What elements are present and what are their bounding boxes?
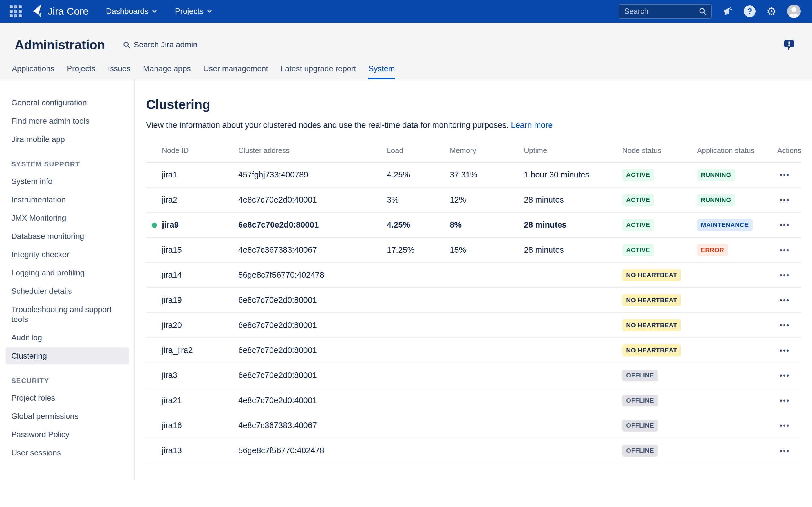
current-node-dot-icon [152, 223, 157, 228]
jira-logo-icon [31, 4, 44, 19]
sidebar-item-logging-and-profiling[interactable]: Logging and profiling [6, 264, 129, 281]
tab-manage-apps[interactable]: Manage apps [142, 64, 192, 79]
cell-actions: ••• [777, 220, 801, 230]
section-description: View the information about your clustere… [146, 121, 801, 130]
table-row-jira16: jira164e8c7c367383:40067OFFLINE••• [146, 413, 801, 438]
node-status-badge: OFFLINE [622, 395, 658, 406]
cell-cluster-address: 4e8c7c70e2d0:40001 [238, 195, 387, 205]
sidebar-item-password-policy[interactable]: Password Policy [6, 426, 129, 443]
row-actions-button[interactable]: ••• [777, 321, 792, 330]
cell-application-status: ERROR [697, 244, 777, 256]
row-actions-button[interactable]: ••• [777, 270, 792, 280]
cell-application-status: RUNNING [697, 194, 777, 206]
node-status-badge: NO HEARTBEAT [622, 294, 681, 306]
cell-memory: 37.31% [450, 170, 524, 179]
cell-node-id: jira2 [162, 195, 238, 205]
sidebar-item-general-configuration[interactable]: General configuration [6, 94, 129, 111]
table-row-jira19: jira196e8c7c70e2d0:80001NO HEARTBEAT••• [146, 288, 801, 313]
jira-home-link[interactable]: Jira Core [31, 4, 89, 19]
cell-application-status: RUNNING [697, 169, 777, 181]
sidebar-item-database-monitoring[interactable]: Database monitoring [6, 228, 129, 245]
sidebar-item-user-sessions[interactable]: User sessions [6, 444, 129, 461]
application-status-badge: RUNNING [697, 194, 735, 206]
learn-more-link[interactable]: Learn more [511, 121, 553, 129]
tab-applications[interactable]: Applications [11, 64, 55, 79]
cell-cluster-address: 4e8c7c367383:40067 [238, 245, 387, 255]
tab-issues[interactable]: Issues [107, 64, 131, 79]
cell-actions: ••• [777, 195, 801, 205]
sidebar-item-integrity-checker[interactable]: Integrity checker [6, 246, 129, 263]
chevron-down-icon [207, 10, 212, 13]
table-row-jira-jira2: jira_jira26e8c7c70e2d0:80001NO HEARTBEAT… [146, 338, 801, 363]
row-actions-button[interactable]: ••• [777, 446, 792, 455]
sidebar-item-jmx-monitoring[interactable]: JMX Monitoring [6, 209, 129, 226]
table-row-jira21: jira214e8c7c70e2d0:40001OFFLINE••• [146, 388, 801, 413]
sidebar-item-audit-log[interactable]: Audit log [6, 329, 129, 346]
table-row-jira15: jira154e8c7c367383:4006717.25%15%28 minu… [146, 238, 801, 263]
node-status-badge: OFFLINE [622, 445, 658, 457]
row-actions-button[interactable]: ••• [777, 245, 792, 255]
gear-icon: ⚙ [766, 6, 776, 17]
cell-node-id: jira1 [162, 170, 238, 179]
profile-button[interactable] [787, 4, 801, 18]
sidebar-item-global-permissions[interactable]: Global permissions [6, 407, 129, 425]
tab-latest-upgrade-report[interactable]: Latest upgrade report [280, 64, 357, 79]
tab-user-management[interactable]: User management [203, 64, 269, 79]
cell-uptime: 1 hour 30 minutes [524, 170, 622, 179]
row-actions-button[interactable]: ••• [777, 346, 792, 355]
sidebar-item-instrumentation[interactable]: Instrumentation [6, 191, 129, 208]
feedback-button[interactable] [783, 38, 796, 51]
cell-node-status: NO HEARTBEAT [622, 294, 697, 306]
app-switcher-button[interactable] [7, 3, 24, 20]
cell-actions: ••• [777, 245, 801, 255]
announcements-button[interactable] [722, 6, 733, 17]
cell-node-id: jira3 [162, 371, 238, 380]
cell-cluster-address: 457fghj733:400789 [238, 170, 387, 179]
column-header-load: Load [387, 146, 450, 155]
nav-right-group: ? ⚙ [619, 4, 801, 18]
sidebar-item-clustering[interactable]: Clustering [6, 347, 129, 364]
top-navigation-bar: Jira Core DashboardsProjects [0, 0, 812, 22]
help-button[interactable]: ? [744, 5, 756, 17]
body: General configurationFind more admin too… [0, 79, 812, 480]
sidebar-item-jira-mobile-app[interactable]: Jira mobile app [6, 131, 129, 148]
cell-actions: ••• [777, 321, 801, 330]
sidebar-item-find-more-admin-tools[interactable]: Find more admin tools [6, 112, 129, 129]
cell-node-status: NO HEARTBEAT [622, 320, 697, 331]
global-search-input[interactable] [624, 7, 696, 16]
row-actions-button[interactable]: ••• [777, 396, 792, 405]
cell-uptime: 28 minutes [524, 245, 622, 255]
tab-system[interactable]: System [368, 64, 395, 79]
column-header-memory: Memory [450, 146, 524, 155]
admin-title-row: Administration Search Jira admin [0, 37, 812, 52]
row-actions-button[interactable]: ••• [777, 295, 792, 305]
row-actions-button[interactable]: ••• [777, 195, 792, 205]
tab-projects[interactable]: Projects [66, 64, 96, 79]
cell-actions: ••• [777, 371, 801, 380]
column-header-application-status: Application status [697, 146, 777, 155]
cell-cluster-address: 6e8c7c70e2d0:80001 [238, 371, 387, 380]
row-actions-button[interactable]: ••• [777, 170, 792, 180]
table-row-jira14: jira1456ge8c7f56770:402478NO HEARTBEAT••… [146, 263, 801, 288]
cell-cluster-address: 6e8c7c70e2d0:80001 [238, 346, 387, 355]
application-status-badge: RUNNING [697, 169, 735, 181]
admin-search-button[interactable]: Search Jira admin [121, 40, 199, 50]
column-header-cluster-address: Cluster address [238, 146, 387, 155]
row-actions-button[interactable]: ••• [777, 421, 792, 431]
admin-header: Administration Search Jira admin Applica… [0, 22, 812, 79]
sidebar-section-system-support: SYSTEM SUPPORT [0, 160, 134, 168]
sidebar-item-scheduler-details[interactable]: Scheduler details [6, 283, 129, 300]
row-actions-button[interactable]: ••• [777, 371, 792, 380]
admin-search-label: Search Jira admin [134, 40, 197, 49]
settings-button[interactable]: ⚙ [766, 6, 776, 17]
nav-menu-projects[interactable]: Projects [173, 6, 214, 16]
nav-menu-dashboards[interactable]: Dashboards [104, 6, 159, 16]
product-name: Jira Core [48, 6, 89, 17]
sidebar-item-troubleshooting-and-support-tools[interactable]: Troubleshooting and support tools [6, 301, 129, 328]
sidebar-item-system-info[interactable]: System info [6, 173, 129, 190]
row-actions-button[interactable]: ••• [777, 220, 792, 230]
cell-node-status: ACTIVE [622, 244, 697, 256]
admin-tabs: ApplicationsProjectsIssuesManage appsUse… [0, 64, 812, 79]
sidebar-item-project-roles[interactable]: Project roles [6, 389, 129, 406]
node-status-badge: NO HEARTBEAT [622, 269, 681, 281]
